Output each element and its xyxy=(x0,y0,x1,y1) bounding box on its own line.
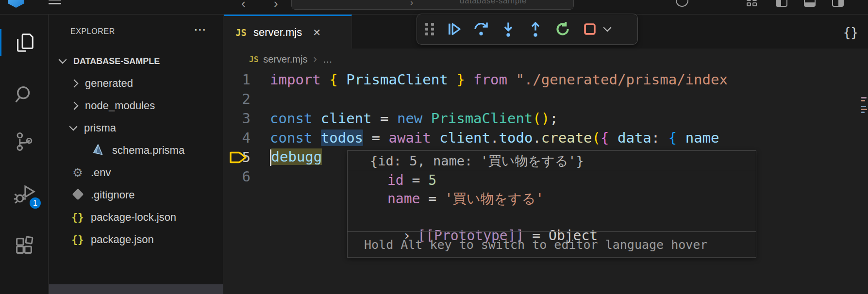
hover-value-preview: {id: 5, name: '買い物をする'} xyxy=(348,151,756,171)
git-icon xyxy=(70,189,85,201)
sidebar-more-actions-icon[interactable]: ⋯ xyxy=(194,22,206,37)
debug-count-badge: 1 xyxy=(29,196,42,210)
line-text: import { PrismaClient } from "./generate… xyxy=(270,71,728,88)
line-text: const client = new PrismaClient(); xyxy=(270,110,558,127)
breadcrumb: JS server.mjs › … xyxy=(224,49,868,70)
tab-label: server.mjs xyxy=(253,26,302,39)
continue-icon xyxy=(446,21,462,37)
toggle-panel-icon[interactable] xyxy=(804,0,816,7)
chevron-right-icon xyxy=(70,80,79,88)
debug-step-into-button[interactable] xyxy=(495,17,522,41)
debug-restart-button[interactable] xyxy=(549,17,576,41)
tree-item-label: generated xyxy=(85,77,133,90)
hover-variable-name[interactable]: name = '買い物をする' xyxy=(348,190,756,208)
tree-item-label: package.json xyxy=(91,233,154,246)
search-icon xyxy=(13,83,35,106)
breadcrumb-file[interactable]: server.mjs xyxy=(263,54,307,65)
debug-hover-tooltip: {id: 5, name: '買い物をする'} id = 5name = '買い… xyxy=(347,150,756,258)
root-folder-label: DATABASE-SAMPLE xyxy=(73,56,160,66)
tree-item-label: .gitignore xyxy=(91,189,135,201)
vscode-logo-icon xyxy=(8,0,24,8)
json-braces-icon: {} xyxy=(70,233,85,246)
activity-search[interactable] xyxy=(0,75,49,114)
prisma-icon xyxy=(92,144,106,157)
tree-item-node-modules[interactable]: node_modules xyxy=(49,95,223,117)
tree-item-label: .env xyxy=(91,166,111,179)
account-icon[interactable] xyxy=(676,0,688,7)
close-icon[interactable]: ✕ xyxy=(313,27,321,38)
line-number[interactable]: 4 xyxy=(224,130,270,146)
tree-item-schema-prisma[interactable]: schema.prisma xyxy=(49,139,223,162)
line-number[interactable]: 3 xyxy=(224,110,270,127)
tree-item-prisma[interactable]: prisma xyxy=(49,117,223,139)
curly-braces-action-icon[interactable]: {} xyxy=(843,25,858,40)
hover-prototype-row[interactable]: ›[[Prototype]] = Object xyxy=(348,208,756,227)
chevron-right-icon xyxy=(70,102,79,110)
file-tree: generatednode_modulesprismaschema.prisma… xyxy=(49,72,223,251)
chevron-down-icon xyxy=(59,56,67,64)
line-number[interactable]: 2 xyxy=(224,91,270,107)
activity-explorer[interactable] xyxy=(0,23,49,62)
debug-step-out-button[interactable] xyxy=(522,17,549,41)
tab-server-mjs[interactable]: JS server.mjs ✕ xyxy=(224,15,352,49)
source-control-icon xyxy=(14,131,35,152)
tree-item--env[interactable]: ⚙.env xyxy=(49,162,223,184)
menu-icon[interactable] xyxy=(49,0,61,5)
minimap[interactable] xyxy=(860,49,868,294)
restart-icon xyxy=(554,21,571,37)
debug-toolbar xyxy=(417,14,638,45)
tree-item-package-json[interactable]: {}package.json xyxy=(49,229,223,251)
hover-variables: id = 5name = '買い物をする' xyxy=(348,171,756,208)
tree-item-selected[interactable] xyxy=(49,284,223,294)
customize-layout-icon[interactable] xyxy=(747,0,758,7)
javascript-file-icon: JS xyxy=(235,27,247,38)
tree-item--gitignore[interactable]: .gitignore xyxy=(49,184,223,206)
line-number[interactable]: 1 xyxy=(224,71,270,88)
files-icon xyxy=(13,32,35,54)
toggle-secondary-sidebar-icon[interactable] xyxy=(832,0,844,7)
code-line-3[interactable]: 3const client = new PrismaClient(); xyxy=(224,109,868,128)
debug-continue-button[interactable] xyxy=(440,17,467,41)
drag-grip-icon[interactable] xyxy=(424,21,436,37)
title-bar: ‹ › › database-sample xyxy=(0,0,868,15)
line-number[interactable]: 6 xyxy=(224,168,270,185)
line-text: debugg xyxy=(270,148,322,166)
prompt-chevron-icon: › xyxy=(410,0,413,8)
extensions-icon xyxy=(13,235,35,258)
code-line-4[interactable]: 4const todos = await client.todo.create(… xyxy=(224,128,868,147)
stop-icon xyxy=(582,21,598,37)
javascript-file-icon: JS xyxy=(249,55,258,64)
breadcrumb-separator-icon: › xyxy=(313,53,317,65)
step-into-icon xyxy=(500,21,517,37)
tree-item-label: package-lock.json xyxy=(91,211,176,224)
tree-item-label: schema.prisma xyxy=(112,144,184,157)
step-over-icon xyxy=(473,21,489,37)
sidebar-header: EXPLORER ⋯ xyxy=(49,15,223,49)
explorer-sidebar: EXPLORER ⋯ DATABASE-SAMPLE generatednode… xyxy=(49,15,223,294)
history-forward-icon[interactable]: › xyxy=(274,0,278,11)
debug-stop-button[interactable] xyxy=(576,17,603,41)
hover-hint: Hold Alt key to switch to editor languag… xyxy=(348,231,756,257)
toggle-primary-sidebar-icon[interactable] xyxy=(776,0,787,7)
command-center[interactable]: › database-sample xyxy=(291,0,574,10)
code-line-1[interactable]: 1import { PrismaClient } from "./generat… xyxy=(224,70,868,89)
tree-root-database-sample[interactable]: DATABASE-SAMPLE xyxy=(49,50,223,72)
chevron-down-icon[interactable] xyxy=(603,24,612,32)
debug-step-over-button[interactable] xyxy=(467,17,495,41)
breadcrumb-symbol[interactable]: … xyxy=(323,54,333,65)
code-line-2[interactable]: 2 xyxy=(224,89,868,109)
tree-item-package-lock-json[interactable]: {}package-lock.json xyxy=(49,206,223,229)
activity-bar: 1 xyxy=(0,15,49,294)
history-back-icon[interactable]: ‹ xyxy=(241,0,246,11)
sidebar-title: EXPLORER xyxy=(70,27,115,36)
activity-run-debug[interactable]: 1 xyxy=(0,175,49,213)
tree-item-label: node_modules xyxy=(85,99,155,112)
step-out-icon xyxy=(527,21,544,37)
activity-extensions[interactable] xyxy=(0,227,49,266)
debug-current-line-arrow-icon[interactable] xyxy=(229,151,248,164)
json-braces-icon: {} xyxy=(70,211,85,224)
hover-variable-id[interactable]: id = 5 xyxy=(348,171,756,190)
tree-item-label: prisma xyxy=(84,122,116,134)
activity-source-control[interactable] xyxy=(0,122,49,161)
tree-item-generated[interactable]: generated xyxy=(49,72,223,95)
